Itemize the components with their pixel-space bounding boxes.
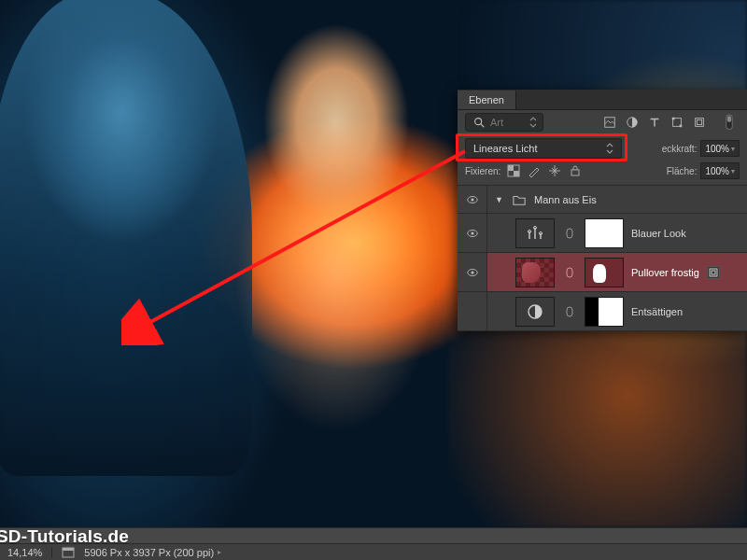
filter-type-icon[interactable] (646, 114, 663, 131)
layer-filter-row (458, 110, 747, 134)
layers-list: ▼ Mann aus Eis Blauer Look Pull (458, 186, 747, 331)
chevron-down-icon: ▾ (731, 145, 735, 153)
visibility-eye-icon[interactable] (465, 265, 480, 280)
adjustment-thumbnail[interactable] (515, 218, 555, 248)
svg-rect-13 (571, 170, 579, 175)
document-dimensions[interactable]: 5906 Px x 3937 Px (200 ppi) ▸ (84, 547, 221, 558)
artwork-subject-center (196, 19, 476, 485)
opacity-value: 100% (705, 144, 729, 154)
layer-group-name[interactable]: Mann aus Eis (534, 194, 597, 205)
folder-icon (512, 192, 527, 207)
document-icon (62, 547, 75, 558)
blend-opacity-row: Lineares Licht eckkraft: 100% ▾ (458, 134, 747, 161)
lock-pixels-icon[interactable] (527, 163, 542, 178)
layers-tab[interactable]: Ebenen (458, 91, 516, 109)
visibility-eye-icon[interactable] (465, 192, 480, 207)
layer-name-label[interactable]: Entsättigen (631, 306, 683, 317)
lock-position-icon[interactable] (547, 163, 562, 178)
svg-rect-9 (727, 116, 731, 122)
svg-rect-24 (567, 268, 572, 277)
panel-menu-icon[interactable] (732, 94, 747, 105)
watermark-text: SD-Tutorials.de (0, 526, 129, 547)
chevron-updown-icon (529, 115, 537, 130)
blend-mode-select[interactable]: Lineares Licht (465, 138, 622, 159)
filter-adjustment-icon[interactable] (624, 114, 641, 131)
svg-rect-28 (567, 307, 572, 316)
link-mask-icon[interactable] (562, 304, 577, 319)
svg-rect-26 (712, 271, 715, 274)
svg-rect-21 (567, 229, 572, 238)
chevron-right-icon: ▸ (218, 548, 221, 556)
disclosure-triangle-icon[interactable]: ▼ (495, 195, 504, 204)
zoom-field[interactable]: 14,14% (7, 547, 42, 558)
layer-group-row[interactable]: ▼ Mann aus Eis (458, 186, 747, 214)
visibility-eye-icon[interactable] (465, 226, 480, 241)
filter-toggle-switch[interactable] (719, 114, 740, 131)
filter-smartobject-icon[interactable] (691, 114, 708, 131)
status-bar: SD-Tutorials.de 14,14% 5906 Px x 3937 Px… (0, 527, 747, 560)
zoom-value: 14,14% (7, 547, 42, 558)
blend-mode-value: Lineares Licht (473, 143, 538, 154)
layer-name-label[interactable]: Pullover frostig (631, 267, 699, 278)
smart-object-badge-icon (707, 266, 720, 279)
adjustment-thumbnail[interactable] (515, 297, 555, 327)
opacity-label: eckkraft: (662, 144, 698, 154)
svg-point-0 (475, 119, 482, 125)
svg-rect-11 (508, 165, 514, 171)
svg-rect-25 (710, 269, 717, 276)
layer-kind-filter-input[interactable] (490, 117, 526, 128)
svg-point-15 (471, 198, 473, 201)
svg-rect-4 (672, 118, 675, 120)
layer-kind-filter[interactable] (465, 113, 543, 132)
fill-field[interactable]: 100% ▾ (700, 162, 740, 179)
chevron-down-icon: ▾ (731, 167, 735, 175)
link-mask-icon[interactable] (562, 265, 577, 280)
search-icon (472, 115, 486, 130)
layer-mask-thumbnail[interactable] (585, 258, 624, 287)
lock-fill-row: Fixieren: Fläche: 100% ▾ (458, 161, 747, 186)
layers-panel: Ebenen Lineares Licht (458, 90, 747, 331)
layer-mask-thumbnail[interactable] (585, 218, 624, 248)
link-mask-icon[interactable] (562, 226, 577, 241)
fill-value: 100% (705, 166, 729, 176)
lock-transparency-icon[interactable] (506, 163, 521, 178)
chevron-updown-icon (606, 141, 613, 156)
filter-pixel-icon[interactable] (601, 114, 618, 131)
panel-tabbar: Ebenen (458, 90, 747, 110)
layer-name-label[interactable]: Blauer Look (631, 228, 686, 239)
svg-point-23 (471, 271, 473, 273)
layer-row[interactable]: Entsättigen (458, 292, 747, 331)
svg-rect-31 (63, 548, 74, 551)
svg-rect-5 (680, 125, 683, 128)
svg-rect-7 (697, 119, 701, 124)
layer-row-selected[interactable]: Pullover frostig (458, 253, 747, 292)
layer-mask-thumbnail[interactable] (585, 297, 624, 327)
svg-point-17 (471, 231, 473, 234)
layer-thumbnail[interactable] (515, 258, 555, 287)
document-dimensions-value: 5906 Px x 3937 Px (200 ppi) (84, 547, 214, 558)
svg-rect-12 (514, 171, 519, 176)
opacity-field[interactable]: 100% ▾ (700, 140, 740, 157)
layer-row[interactable]: Blauer Look (458, 214, 747, 253)
lock-label: Fixieren: (465, 166, 500, 176)
lock-all-icon[interactable] (568, 163, 583, 178)
fill-label: Fläche: (667, 166, 698, 176)
filter-shape-icon[interactable] (669, 114, 685, 131)
